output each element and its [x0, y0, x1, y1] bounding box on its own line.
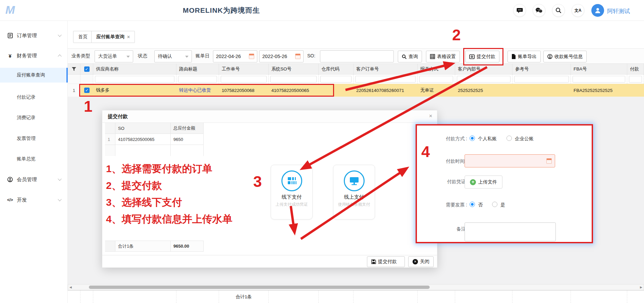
- sidebar-group-label: 会员管理: [17, 176, 37, 183]
- sidebar-item-consumption-records[interactable]: 消费记录: [0, 110, 68, 125]
- submit-payment-button[interactable]: 提交付款: [465, 51, 499, 62]
- modal-submit-payment-button[interactable]: 提交付款: [367, 256, 405, 267]
- col-header-system-so[interactable]: 系统SO号: [269, 64, 319, 74]
- sidebar-item-label: 付款记录: [17, 94, 36, 100]
- close-icon[interactable]: ×: [127, 34, 130, 40]
- col-header-route-title[interactable]: 路由标题: [176, 64, 219, 74]
- modal-close-button[interactable]: ✕ 关闭: [408, 256, 434, 267]
- modal-table-empty-area: [105, 145, 204, 241]
- sidebar: 订单管理 ¥ 财务管理 应付账单查询 付款记录 消费记录 发票管理 账单总览 会…: [0, 21, 68, 303]
- chat-icon-button[interactable]: [513, 4, 526, 17]
- sidebar-group-orders[interactable]: 订单管理: [0, 29, 68, 42]
- checkbox-checked[interactable]: ✓: [84, 66, 90, 72]
- search-icon-button[interactable]: [552, 4, 565, 17]
- pay-time-input[interactable]: [465, 154, 555, 167]
- row-checkbox-checked[interactable]: ✓: [84, 88, 90, 93]
- cell-fba: FBA252525252525: [571, 84, 627, 97]
- export-bill-button[interactable]: 账单导出: [507, 51, 541, 62]
- so-input[interactable]: [320, 50, 394, 62]
- radio-personal-account-selected[interactable]: [470, 136, 475, 141]
- radio-invoice-yes[interactable]: [492, 202, 497, 207]
- sidebar-group-members[interactable]: 会员管理: [0, 173, 68, 186]
- username[interactable]: 阿轩测试: [607, 7, 630, 15]
- modal-so-table: SO 总应付金额 1 410758220500065 9650 合计1条 965…: [105, 123, 204, 252]
- offline-payment-card[interactable]: 线下支付 上传支付成功凭证: [271, 165, 313, 219]
- col-header-so: SO: [115, 123, 171, 134]
- filter-input[interactable]: [221, 76, 267, 83]
- plus-icon: +: [470, 179, 476, 185]
- tab-home[interactable]: 首页: [73, 31, 93, 43]
- col-header-warehouse-code[interactable]: 仓库代码: [319, 64, 354, 74]
- top-header: M MORELINK为跨境而生 文A 阿轩测试: [0, 0, 644, 21]
- filter-input[interactable]: [573, 76, 625, 83]
- filter-input[interactable]: [178, 76, 217, 83]
- col-header-customer-internal[interactable]: 客户内部号: [455, 64, 513, 74]
- modal-table-header: SO 总应付金额: [105, 123, 204, 134]
- wechat-icon: [535, 7, 543, 13]
- button-label: 账单导出: [518, 54, 537, 60]
- col-header-payment[interactable]: 付款: [627, 64, 644, 74]
- wechat-icon-button[interactable]: [533, 4, 545, 17]
- button-label: 查询: [409, 54, 418, 60]
- scroll-left-icon[interactable]: ◀: [69, 286, 72, 289]
- table-row[interactable]: 1 ✓ 钱多多 转运中心已收货 1075822050068 4107582205…: [68, 84, 644, 97]
- bill-date-label: 账单日: [196, 53, 210, 59]
- filter-input[interactable]: [457, 76, 511, 83]
- table-settings-button[interactable]: 表格设置: [426, 51, 460, 62]
- horizontal-scrollbar[interactable]: ◀ ▶: [68, 284, 644, 290]
- col-header-fba[interactable]: FBA号: [571, 64, 627, 74]
- filter-input[interactable]: [270, 76, 317, 83]
- filter-input[interactable]: [514, 76, 569, 83]
- sidebar-item-payment-records[interactable]: 付款记录: [0, 90, 68, 105]
- translate-icon: 文A: [575, 8, 582, 13]
- search-button[interactable]: 查询: [398, 51, 422, 62]
- sidebar-item-invoice-management[interactable]: 发票管理: [0, 131, 68, 146]
- logo[interactable]: M: [5, 3, 15, 16]
- col-header-work-order[interactable]: 工作单号: [219, 64, 269, 74]
- date-to-input[interactable]: 2022-05-26: [259, 50, 304, 62]
- modal-header: 提交付款 ×: [102, 110, 437, 123]
- radio-invoice-no-selected[interactable]: [470, 202, 475, 207]
- tab-payable-bill-query[interactable]: 应付账单查询 ×: [91, 31, 135, 43]
- search-icon: [402, 54, 407, 59]
- col-header-customs-mode[interactable]: 报关方式: [418, 64, 455, 74]
- sidebar-item-payable-bill-query[interactable]: 应付账单查询: [0, 68, 68, 83]
- select-all-checkbox[interactable]: ✓: [80, 64, 93, 74]
- filter-funnel-icon[interactable]: [68, 64, 80, 74]
- col-header-reference[interactable]: 参考号: [513, 64, 571, 74]
- translate-icon-button[interactable]: 文A: [572, 4, 584, 17]
- sidebar-group-dev[interactable]: </> 开发: [0, 193, 68, 207]
- radio-corporate-account[interactable]: [506, 136, 512, 141]
- filter-input[interactable]: [95, 76, 174, 83]
- scroll-right-icon[interactable]: ▶: [640, 286, 642, 289]
- save-icon: [371, 259, 376, 264]
- remark-textarea[interactable]: [465, 222, 556, 241]
- filter-input[interactable]: [320, 76, 352, 83]
- pay-method-label: 付款方式 :: [417, 136, 467, 142]
- cell-reference: [513, 84, 571, 97]
- sidebar-group-finance[interactable]: ¥ 财务管理: [0, 49, 68, 62]
- filter-input[interactable]: [419, 76, 453, 83]
- online-payment-card[interactable]: 线上支付 使用钱包余额支付: [333, 165, 375, 219]
- online-payment-subtitle: 使用钱包余额支付: [333, 202, 375, 207]
- avatar[interactable]: [591, 4, 604, 17]
- close-icon[interactable]: ×: [429, 113, 432, 119]
- filter-input[interactable]: [355, 76, 416, 83]
- upload-file-button[interactable]: + 上传文件: [465, 175, 502, 189]
- grid-icon: [430, 54, 435, 59]
- button-label: 表格设置: [437, 54, 456, 60]
- offline-payment-subtitle: 上传支付成功凭证: [271, 202, 312, 207]
- filter-input[interactable]: [629, 76, 642, 83]
- chevron-down-icon: [58, 197, 61, 201]
- route-status-link[interactable]: 转运中心已收货: [179, 87, 211, 93]
- status-select[interactable]: 待确认: [154, 50, 192, 62]
- account-info-button[interactable]: 收款账号信息: [543, 51, 587, 62]
- date-from-input[interactable]: 2022-04-26: [213, 50, 257, 62]
- sidebar-item-bill-overview[interactable]: 账单总览: [0, 152, 68, 166]
- scrollbar-thumb[interactable]: [89, 286, 430, 289]
- col-header-supplier[interactable]: 供应商名称: [93, 64, 176, 74]
- business-type-select[interactable]: 大货运单: [95, 50, 133, 62]
- chevron-down-icon: [126, 56, 130, 58]
- col-header-customer-order[interactable]: 客户订单号: [354, 64, 418, 74]
- offline-payment-title: 线下支付: [271, 194, 312, 200]
